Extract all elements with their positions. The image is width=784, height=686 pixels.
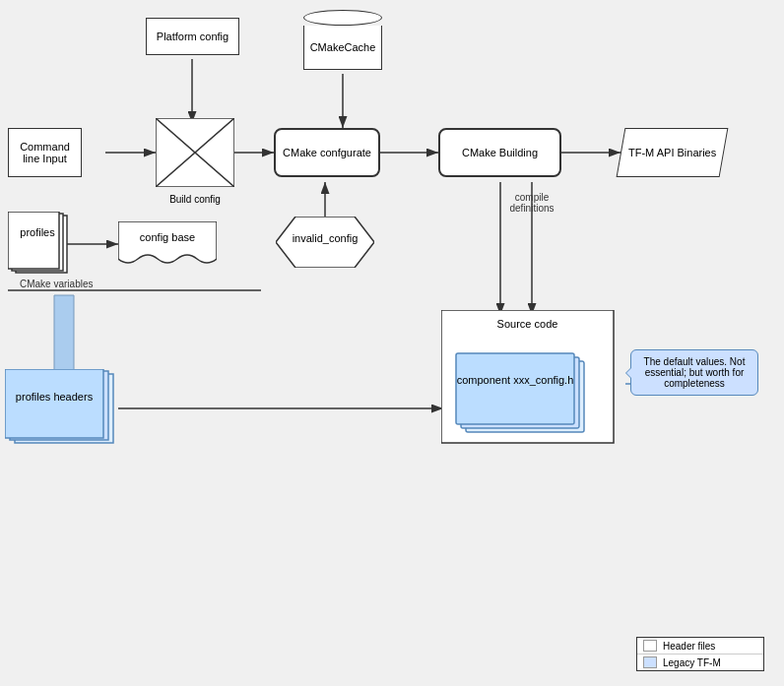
legend-legacy-tfm: Legacy TF-M [637,655,763,670]
invalid-config-area: invalid_config [276,217,374,270]
profiles-headers-label: profiles headers [5,391,103,403]
profiles-headers-pages: profiles headers [5,369,123,460]
cmake-cache-label: CMakeCache [310,41,376,53]
default-values-bubble: The default values. Not essential; but w… [630,349,758,396]
config-base-svg [118,221,217,273]
config-base-label: config base [118,231,217,243]
compile-definitions-label: compile definitions [497,192,566,214]
tfm-api-label: TF-M API Binaries [628,147,716,158]
build-config-label: Build config [156,194,234,205]
cmake-configure-label: CMake confgurate [283,147,371,158]
cmake-building-box: CMake Building [438,128,561,177]
svg-rect-29 [5,369,103,438]
legend-header-files: Header files [637,638,763,655]
legend-color-white [643,640,657,652]
cmake-configure-box: CMake confgurate [274,128,380,177]
diagram-container: Platform config CMakeCache Command line … [0,0,784,686]
svg-rect-26 [456,353,574,424]
build-config-hourglass: Build config [156,118,234,187]
profiles-label: profiles [12,226,63,238]
legend-header-files-label: Header files [663,641,715,652]
source-code-pages: Source code component xxx_config.h [441,310,619,450]
svg-rect-21 [8,212,59,269]
cylinder-body: CMakeCache [303,26,382,70]
invalid-config-label: invalid_config [276,232,374,244]
profiles-headers-svg [5,369,123,458]
hourglass-svg [156,118,234,187]
source-code-label: Source code [441,318,614,330]
cmake-variables-label: CMake variables [20,279,93,289]
cmake-building-label: CMake Building [462,147,538,158]
cylinder-top [303,10,382,26]
command-line-label: Command line Input [13,141,77,164]
arrows-svg [0,0,784,686]
profiles-svg [8,212,72,281]
legend-box: Header files Legacy TF-M [636,637,764,671]
legend-legacy-tfm-label: Legacy TF-M [663,657,721,668]
component-label: component xxx_config.h [456,374,574,386]
tfm-api-box: TF-M API Binaries [617,128,729,177]
legend-color-blue [643,656,657,668]
platform-config-box: Platform config [146,18,239,55]
platform-config-label: Platform config [157,31,229,42]
cmake-cache-cylinder: CMakeCache [303,10,382,70]
config-base-area: config base [118,221,217,275]
profiles-pages: profiles [8,212,72,282]
command-line-box: Command line Input [8,128,82,177]
default-values-text: The default values. Not essential; but w… [644,356,746,389]
